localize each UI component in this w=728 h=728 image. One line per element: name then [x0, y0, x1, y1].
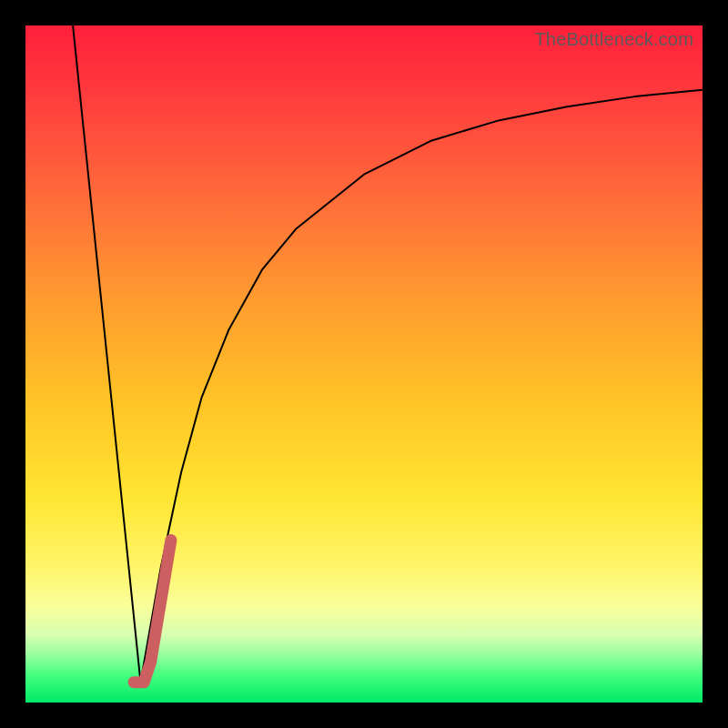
- series-ascending-main-curve: [140, 90, 703, 682]
- plot-area: TheBottleneck.com: [25, 25, 703, 703]
- series-descending-left-line: [73, 25, 140, 682]
- chart-frame: TheBottleneck.com: [0, 0, 728, 728]
- curve-layer: [25, 25, 703, 703]
